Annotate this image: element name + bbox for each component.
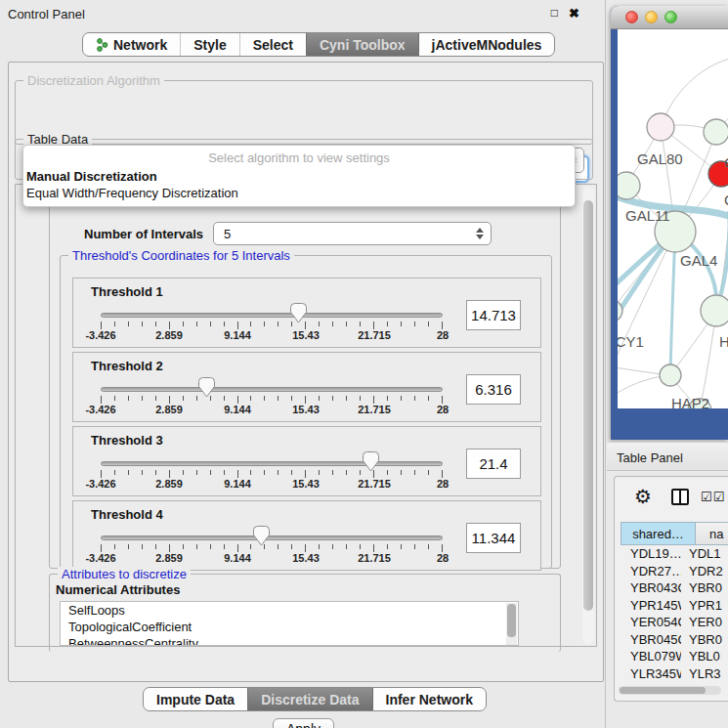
threshold-3-value-field[interactable]: 21.4 <box>466 449 521 479</box>
tick-label: 9.144 <box>208 404 267 415</box>
cyni-toolbox-panel: Discretization Algorithm Select algorith… <box>8 62 604 682</box>
threshold-1-value-field[interactable]: 14.713 <box>466 300 521 330</box>
threshold-1-slider-track[interactable] <box>101 313 443 318</box>
attributes-scrollbar[interactable] <box>506 603 517 646</box>
cell-name: YDR2 <box>681 564 728 578</box>
network-node[interactable] <box>618 172 640 199</box>
attribute-item-betweennesscentrality[interactable]: BetweennessCentrality <box>61 635 518 646</box>
cell-shared-name: YDL19… <box>621 546 681 561</box>
checkbox-icons[interactable]: ☑☑ <box>701 490 725 504</box>
network-canvas[interactable]: GAL80GCGAL11GAL4GCY1HHAP2 <box>618 29 728 408</box>
threshold-4-slider-thumb[interactable] <box>253 526 270 546</box>
network-node-label: GAL80 <box>637 150 683 167</box>
tick-label: 21.715 <box>345 478 404 490</box>
close-traffic-light-icon[interactable] <box>625 11 638 23</box>
bottom-tab-impute-data[interactable]: Impute Data <box>144 688 247 710</box>
node-table[interactable]: shared…naYDL19…YDL1YDR27…YDR2YBR043CYBR0… <box>621 522 728 684</box>
threshold-2-slider-track[interactable] <box>101 387 443 392</box>
tab-network[interactable]: Network <box>83 33 180 56</box>
control-panel-window: Control Panel □ ✖ NetworkStyleSelectCyni… <box>0 0 606 728</box>
tick-label: 28 <box>413 552 472 564</box>
settings-scrollpane: Interval Definition Number of Intervals … <box>15 184 597 647</box>
table-row[interactable]: YBR043CYBR0 <box>621 579 728 597</box>
discretization-algorithm-group: Discretization Algorithm <box>15 80 593 145</box>
tab-network-label: Network <box>113 37 167 53</box>
threshold-1-label: Threshold 1 <box>91 284 163 299</box>
table-header-row: shared…na <box>621 522 728 545</box>
table-row[interactable]: YPR145WYPR1 <box>621 597 728 615</box>
bottom-tab-impute-data-label: Impute Data <box>156 692 235 707</box>
tick-label: 21.715 <box>345 404 404 415</box>
network-edge-thick[interactable] <box>670 232 675 375</box>
algorithm-dropdown-popup: Select algorithm to view settings Manual… <box>22 145 576 207</box>
numerical-attributes-list[interactable]: SelfLoopsTopologicalCoefficientBetweenne… <box>60 601 519 646</box>
bottom-tab-discretize-data-label: Discretize Data <box>261 692 359 707</box>
column-header-shared-name[interactable]: shared… <box>621 523 696 544</box>
tab-select[interactable]: Select <box>239 33 306 56</box>
table-row[interactable]: YDL19…YDL1 <box>621 545 728 563</box>
cell-shared-name: YBL079W <box>621 649 681 664</box>
network-node[interactable] <box>701 295 728 326</box>
table-row[interactable]: YER054CYER0 <box>621 614 728 631</box>
tab-jactivemnodules-label: jActiveMNodules <box>432 37 542 53</box>
network-node-label: GAL11 <box>625 207 670 224</box>
tab-jactivemnodules[interactable]: jActiveMNodules <box>418 33 555 56</box>
spinner-arrows-icon <box>476 228 484 239</box>
tick-label: -3.426 <box>71 404 130 415</box>
algorithm-option-manual-discretization[interactable]: Manual Discretization <box>23 168 575 185</box>
number-of-intervals-combobox[interactable]: 5 <box>213 222 492 245</box>
bottom-tab-bar: Impute DataDiscretize DataInfer Network <box>143 687 487 711</box>
cell-name: YLR3 <box>681 666 728 681</box>
cell-name: YBL0 <box>681 649 728 664</box>
minimize-traffic-light-icon[interactable] <box>645 11 658 23</box>
threshold-2-value-field[interactable]: 6.316 <box>466 374 521 405</box>
column-header-name[interactable]: na <box>696 523 728 544</box>
threshold-1-slider-thumb[interactable] <box>290 303 307 323</box>
bottom-tab-infer-network[interactable]: Infer Network <box>372 688 486 710</box>
number-of-intervals-value: 5 <box>224 227 231 241</box>
tick-label: 2.859 <box>140 404 198 415</box>
threshold-4-ticks <box>101 544 443 552</box>
table-row[interactable]: YBL079WYBL0 <box>621 648 728 665</box>
tick-label: 15.43 <box>277 329 335 341</box>
gear-icon[interactable]: ⚙ <box>634 485 652 508</box>
close-window-icon[interactable]: ✖ <box>569 6 579 21</box>
network-node-label: C <box>724 192 728 208</box>
network-node[interactable] <box>704 119 728 145</box>
bottom-tab-discretize-data[interactable]: Discretize Data <box>247 688 371 710</box>
tab-style[interactable]: Style <box>180 33 238 56</box>
threshold-2-slider-thumb[interactable] <box>198 377 215 398</box>
network-node-label: GCY1 <box>618 333 644 350</box>
columns-icon[interactable] <box>671 489 689 505</box>
threshold-2-ticks <box>101 396 443 404</box>
tick-label: 9.144 <box>208 329 267 341</box>
apply-button[interactable]: Apply <box>273 718 334 728</box>
table-row[interactable]: YDR27…YDR2 <box>621 563 728 580</box>
table-row[interactable]: YLR345WYLR3 <box>621 665 728 683</box>
network-node[interactable] <box>660 364 681 386</box>
network-edge[interactable] <box>661 59 728 127</box>
table-horizontal-scrollbar[interactable] <box>619 686 721 695</box>
control-panel-titlebar: Control Panel □ ✖ <box>0 0 605 27</box>
table-row[interactable]: YIL052CYIL0 <box>621 682 728 684</box>
algorithm-option-equal-width-frequency-discretization[interactable]: Equal Width/Frequency Discretization <box>23 185 575 201</box>
attribute-item-topologicalcoefficient[interactable]: TopologicalCoefficient <box>61 619 518 635</box>
network-node[interactable] <box>647 113 674 141</box>
threshold-4-value-field[interactable]: 11.344 <box>466 523 521 553</box>
cell-name: YBR0 <box>681 632 728 647</box>
attribute-item-selfloops[interactable]: SelfLoops <box>61 602 518 619</box>
threshold-3-slider-track[interactable] <box>101 461 443 466</box>
threshold-2-label: Threshold 2 <box>91 359 163 373</box>
settings-vertical-scrollbar[interactable] <box>582 187 594 644</box>
threshold-4-label: Threshold 4 <box>91 507 163 522</box>
tick-label: 21.715 <box>345 552 404 564</box>
tab-cyni-toolbox[interactable]: Cyni Toolbox <box>306 33 418 56</box>
zoom-traffic-light-icon[interactable] <box>664 11 677 23</box>
network-tree-icon <box>96 38 108 52</box>
table-row[interactable]: YBR045CYBR0 <box>621 631 728 649</box>
float-window-icon[interactable]: □ <box>551 6 558 20</box>
threshold-4-slider-track[interactable] <box>101 535 443 540</box>
threshold-3-slider-thumb[interactable] <box>363 451 379 472</box>
threshold-4-panel: Threshold 4-3.4262.8599.14415.4321.71528… <box>72 500 541 571</box>
threshold-1-ticks <box>101 321 443 329</box>
